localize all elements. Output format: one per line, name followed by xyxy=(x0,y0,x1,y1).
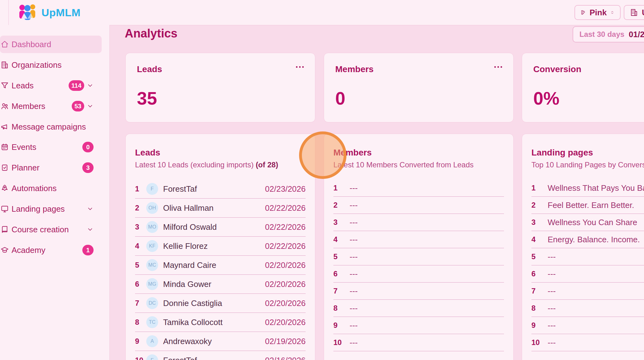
panel-subtitle-count: (of 28) xyxy=(256,160,278,169)
stat-value: 0 xyxy=(335,89,502,107)
megaphone-icon xyxy=(1,123,9,131)
sidebar-item-members[interactable]: Members 53 xyxy=(0,97,106,115)
chevron-down-icon[interactable] xyxy=(87,82,94,89)
row-rank: 4 xyxy=(333,235,343,244)
landing-page-row[interactable]: 3 Wellness You Can Share xyxy=(531,214,644,231)
sidebar-item-leads[interactable]: Leads 114 xyxy=(0,77,106,94)
avatar: TC xyxy=(146,316,158,328)
brand-logo[interactable]: UpMLM xyxy=(17,4,80,21)
row-rank: 4 xyxy=(531,235,541,244)
upmlm-people-icon xyxy=(17,4,37,21)
lead-row[interactable]: 7 DC Donnie Castiglia 02/20/2026 xyxy=(135,294,306,313)
lead-date: 02/16/2026 xyxy=(265,356,306,360)
chevron-down-icon[interactable] xyxy=(87,205,94,212)
sidebar-item-events[interactable]: Events 0 xyxy=(0,138,106,156)
lead-row[interactable]: 6 MG Minda Gower 02/20/2026 xyxy=(135,275,306,294)
row-rank: 9 xyxy=(135,337,144,346)
ellipsis-menu-icon[interactable] xyxy=(494,66,502,68)
lead-date: 02/23/2026 xyxy=(265,184,306,194)
leads-list-panel: Leads Latest 10 Leads (excluding imports… xyxy=(125,134,315,360)
landing-page-row: 8 --- xyxy=(531,300,644,317)
sidebar-item-course-creation[interactable]: Course creation xyxy=(0,221,106,238)
sidebar-item-label: Dashboard xyxy=(12,40,89,49)
lead-row[interactable]: 5 MC Maynard Caire 02/20/2026 xyxy=(135,256,306,275)
landing-page-row[interactable]: 4 Energy. Balance. Income. xyxy=(531,231,644,248)
row-rank: 7 xyxy=(333,287,343,295)
theme-select-button[interactable]: Pink xyxy=(574,5,621,20)
lead-row[interactable]: 3 MO Milford Oswald 02/22/2026 xyxy=(135,218,306,237)
sidebar-item-message-campaigns[interactable]: Message campaigns xyxy=(0,118,106,136)
row-rank: 10 xyxy=(333,338,343,347)
row-rank: 7 xyxy=(531,287,541,295)
building-icon xyxy=(630,8,638,17)
sidebar-item-planner[interactable]: Planner 3 xyxy=(0,159,106,176)
avatar: OH xyxy=(146,202,158,214)
landing-page-row[interactable]: 2 Feel Better. Earn Better. xyxy=(531,197,644,214)
member-value: --- xyxy=(350,321,358,330)
landing-page-title: --- xyxy=(548,338,556,348)
theme-label: Pink xyxy=(589,8,607,17)
date-range-start: 01/25/20 xyxy=(629,30,644,39)
row-rank: 10 xyxy=(531,338,541,347)
chevron-down-icon[interactable] xyxy=(87,103,94,110)
planner-count-badge: 3 xyxy=(82,162,94,173)
row-rank: 1 xyxy=(135,185,144,193)
sidebar-item-landing-pages[interactable]: Landing pages xyxy=(0,200,106,218)
landing-page-title: Feel Better. Earn Better. xyxy=(548,200,634,210)
landing-page-row: 6 --- xyxy=(531,265,644,283)
sidebar-item-label: Message campaigns xyxy=(12,122,94,132)
row-rank: 4 xyxy=(135,242,144,250)
lead-name: Maynard Caire xyxy=(163,260,265,270)
landing-page-row: 5 --- xyxy=(531,248,644,265)
organization-switcher-button[interactable]: U xyxy=(624,5,644,20)
member-value: --- xyxy=(350,252,358,262)
ellipsis-menu-icon[interactable] xyxy=(296,66,304,68)
row-rank: 2 xyxy=(135,204,144,212)
sidebar-item-academy[interactable]: Academy 1 xyxy=(0,241,106,259)
lead-name: ForestTaf xyxy=(163,356,265,360)
date-range-picker[interactable]: Last 30 days 01/25/20 xyxy=(573,26,644,42)
stat-title: Members xyxy=(335,64,502,74)
sidebar-item-label: Course creation xyxy=(12,225,84,234)
chevron-updown-icon xyxy=(610,9,614,16)
landing-pages-list: 1 Wellness That Pays You Back 2 Feel Bet… xyxy=(531,180,644,351)
sidebar-item-organizations[interactable]: Organizations xyxy=(0,56,106,74)
panel-subtitle: Latest 10 Members Converted from Leads xyxy=(333,160,504,169)
lead-row[interactable]: 8 TC Tamika Collocott 02/20/2026 xyxy=(135,313,306,332)
landing-page-row: 9 --- xyxy=(531,317,644,334)
lead-name: Andrewaxoky xyxy=(163,337,265,346)
stat-title: Conversion xyxy=(533,64,644,74)
lead-name: Kellie Florez xyxy=(163,241,265,251)
landing-page-row[interactable]: 1 Wellness That Pays You Back xyxy=(531,180,644,197)
top-header: UpMLM Pink U xyxy=(0,0,644,25)
landing-page-title: Wellness You Can Share xyxy=(548,218,637,227)
chevron-down-icon[interactable] xyxy=(87,226,94,233)
member-value: --- xyxy=(350,183,358,193)
stat-card-leads: Leads 35 xyxy=(125,53,315,122)
row-rank: 6 xyxy=(333,269,343,278)
avatar: F xyxy=(146,354,158,360)
lead-row[interactable]: 2 OH Oliva Hallman 02/22/2026 xyxy=(135,199,306,218)
avatar: DC xyxy=(146,297,158,309)
panel-title: Leads xyxy=(135,148,306,158)
landing-page-title: --- xyxy=(548,286,556,296)
lead-row[interactable]: 4 KF Kellie Florez 02/22/2026 xyxy=(135,237,306,256)
panel-subtitle: Latest 10 Leads (excluding imports) (of … xyxy=(135,160,306,169)
row-rank: 9 xyxy=(531,321,541,330)
lead-date: 02/22/2026 xyxy=(265,203,306,213)
row-rank: 3 xyxy=(135,223,144,231)
member-value: --- xyxy=(350,218,358,227)
row-rank: 3 xyxy=(531,218,541,227)
lead-row[interactable]: 1 F ForestTaf 02/23/2026 xyxy=(135,180,306,199)
lead-name: Milford Oswald xyxy=(163,222,265,232)
calendar-icon xyxy=(1,143,9,151)
sidebar-item-dashboard[interactable]: Dashboard xyxy=(0,36,102,53)
sidebar-item-automations[interactable]: Automations xyxy=(0,180,106,197)
members-count-badge: 53 xyxy=(72,101,84,111)
landing-page-title: --- xyxy=(548,303,556,313)
panel-title: Landing pages xyxy=(531,148,644,158)
member-row: 5 --- xyxy=(333,248,504,265)
lead-row[interactable]: 10 F ForestTaf 02/16/2026 xyxy=(135,351,306,360)
lead-row[interactable]: 9 A Andrewaxoky 02/19/2026 xyxy=(135,332,306,351)
members-list-panel: Members Latest 10 Members Converted from… xyxy=(324,134,514,360)
